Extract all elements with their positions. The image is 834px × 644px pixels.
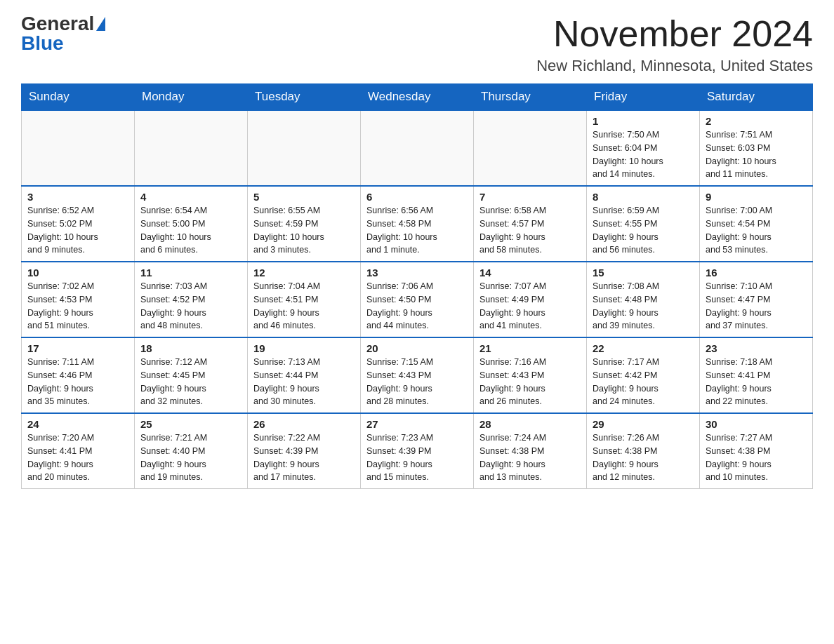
day-number: 6 <box>366 191 468 203</box>
day-info: Sunrise: 7:21 AM Sunset: 4:40 PM Dayligh… <box>140 431 241 484</box>
calendar-weekday-header: Tuesday <box>248 84 361 111</box>
day-number: 19 <box>253 342 355 354</box>
day-number: 13 <box>366 267 468 279</box>
day-number: 30 <box>706 418 807 430</box>
logo-blue-text: Blue <box>21 34 64 53</box>
calendar-week-row: 1Sunrise: 7:50 AM Sunset: 6:04 PM Daylig… <box>22 110 813 186</box>
calendar-week-row: 24Sunrise: 7:20 AM Sunset: 4:41 PM Dayli… <box>22 413 813 489</box>
day-number: 26 <box>253 418 355 430</box>
day-info: Sunrise: 6:58 AM Sunset: 4:57 PM Dayligh… <box>479 204 581 257</box>
calendar-week-row: 10Sunrise: 7:02 AM Sunset: 4:53 PM Dayli… <box>22 262 813 337</box>
day-info: Sunrise: 7:12 AM Sunset: 4:45 PM Dayligh… <box>140 356 241 408</box>
day-info: Sunrise: 7:16 AM Sunset: 4:43 PM Dayligh… <box>479 356 581 408</box>
day-info: Sunrise: 7:20 AM Sunset: 4:41 PM Dayligh… <box>27 431 128 484</box>
calendar-day-cell: 15Sunrise: 7:08 AM Sunset: 4:48 PM Dayli… <box>587 262 700 337</box>
calendar-day-cell: 12Sunrise: 7:04 AM Sunset: 4:51 PM Dayli… <box>248 262 361 337</box>
day-info: Sunrise: 6:52 AM Sunset: 5:02 PM Dayligh… <box>27 204 128 257</box>
calendar-day-cell: 18Sunrise: 7:12 AM Sunset: 4:45 PM Dayli… <box>135 337 248 413</box>
calendar-day-cell <box>135 110 248 186</box>
calendar-day-cell: 14Sunrise: 7:07 AM Sunset: 4:49 PM Dayli… <box>474 262 587 337</box>
logo-triangle-icon <box>96 17 105 31</box>
title-block: November 2024 New Richland, Minnesota, U… <box>536 14 813 75</box>
calendar-day-cell: 23Sunrise: 7:18 AM Sunset: 4:41 PM Dayli… <box>700 337 813 413</box>
calendar-weekday-header: Wednesday <box>361 84 474 111</box>
calendar-day-cell: 28Sunrise: 7:24 AM Sunset: 4:38 PM Dayli… <box>474 413 587 489</box>
calendar-day-cell <box>22 110 135 186</box>
calendar-day-cell: 8Sunrise: 6:59 AM Sunset: 4:55 PM Daylig… <box>587 186 700 262</box>
calendar-day-cell: 6Sunrise: 6:56 AM Sunset: 4:58 PM Daylig… <box>361 186 474 262</box>
day-number: 14 <box>479 267 581 279</box>
day-info: Sunrise: 7:06 AM Sunset: 4:50 PM Dayligh… <box>366 280 468 333</box>
day-info: Sunrise: 6:56 AM Sunset: 4:58 PM Dayligh… <box>366 204 468 257</box>
location-title: New Richland, Minnesota, United States <box>536 57 813 75</box>
day-number: 8 <box>593 191 694 203</box>
day-info: Sunrise: 7:13 AM Sunset: 4:44 PM Dayligh… <box>253 356 355 408</box>
day-info: Sunrise: 7:11 AM Sunset: 4:46 PM Dayligh… <box>27 356 128 408</box>
day-number: 27 <box>366 418 468 430</box>
day-number: 17 <box>27 342 128 354</box>
calendar-day-cell: 10Sunrise: 7:02 AM Sunset: 4:53 PM Dayli… <box>22 262 135 337</box>
day-number: 10 <box>27 267 128 279</box>
day-info: Sunrise: 7:10 AM Sunset: 4:47 PM Dayligh… <box>706 280 807 333</box>
calendar-header-row: SundayMondayTuesdayWednesdayThursdayFrid… <box>22 84 813 111</box>
calendar-table: SundayMondayTuesdayWednesdayThursdayFrid… <box>21 83 813 489</box>
page-header: General Blue November 2024 New Richland,… <box>21 14 813 75</box>
calendar-day-cell: 24Sunrise: 7:20 AM Sunset: 4:41 PM Dayli… <box>22 413 135 489</box>
logo-general-text: General <box>21 14 94 34</box>
calendar-day-cell: 3Sunrise: 6:52 AM Sunset: 5:02 PM Daylig… <box>22 186 135 262</box>
day-number: 9 <box>706 191 807 203</box>
calendar-day-cell: 16Sunrise: 7:10 AM Sunset: 4:47 PM Dayli… <box>700 262 813 337</box>
day-number: 15 <box>593 267 694 279</box>
day-info: Sunrise: 7:18 AM Sunset: 4:41 PM Dayligh… <box>706 356 807 408</box>
day-number: 25 <box>140 418 241 430</box>
day-number: 4 <box>140 191 241 203</box>
calendar-day-cell: 29Sunrise: 7:26 AM Sunset: 4:38 PM Dayli… <box>587 413 700 489</box>
calendar-day-cell: 2Sunrise: 7:51 AM Sunset: 6:03 PM Daylig… <box>700 110 813 186</box>
day-number: 23 <box>706 342 807 354</box>
day-info: Sunrise: 7:22 AM Sunset: 4:39 PM Dayligh… <box>253 431 355 484</box>
calendar-day-cell: 20Sunrise: 7:15 AM Sunset: 4:43 PM Dayli… <box>361 337 474 413</box>
calendar-day-cell: 5Sunrise: 6:55 AM Sunset: 4:59 PM Daylig… <box>248 186 361 262</box>
calendar-week-row: 3Sunrise: 6:52 AM Sunset: 5:02 PM Daylig… <box>22 186 813 262</box>
day-number: 7 <box>479 191 581 203</box>
day-number: 12 <box>253 267 355 279</box>
calendar-day-cell: 19Sunrise: 7:13 AM Sunset: 4:44 PM Dayli… <box>248 337 361 413</box>
calendar-weekday-header: Thursday <box>474 84 587 111</box>
calendar-weekday-header: Saturday <box>700 84 813 111</box>
day-number: 2 <box>706 115 807 127</box>
calendar-day-cell: 26Sunrise: 7:22 AM Sunset: 4:39 PM Dayli… <box>248 413 361 489</box>
day-number: 11 <box>140 267 241 279</box>
calendar-day-cell: 25Sunrise: 7:21 AM Sunset: 4:40 PM Dayli… <box>135 413 248 489</box>
day-number: 16 <box>706 267 807 279</box>
day-info: Sunrise: 7:02 AM Sunset: 4:53 PM Dayligh… <box>27 280 128 333</box>
calendar-day-cell: 21Sunrise: 7:16 AM Sunset: 4:43 PM Dayli… <box>474 337 587 413</box>
day-info: Sunrise: 7:23 AM Sunset: 4:39 PM Dayligh… <box>366 431 468 484</box>
day-info: Sunrise: 7:00 AM Sunset: 4:54 PM Dayligh… <box>706 204 807 257</box>
day-info: Sunrise: 7:07 AM Sunset: 4:49 PM Dayligh… <box>479 280 581 333</box>
day-number: 21 <box>479 342 581 354</box>
calendar-day-cell: 9Sunrise: 7:00 AM Sunset: 4:54 PM Daylig… <box>700 186 813 262</box>
day-info: Sunrise: 7:24 AM Sunset: 4:38 PM Dayligh… <box>479 431 581 484</box>
day-number: 29 <box>593 418 694 430</box>
day-info: Sunrise: 7:27 AM Sunset: 4:38 PM Dayligh… <box>706 431 807 484</box>
day-number: 18 <box>140 342 241 354</box>
calendar-day-cell <box>361 110 474 186</box>
day-info: Sunrise: 7:03 AM Sunset: 4:52 PM Dayligh… <box>140 280 241 333</box>
day-info: Sunrise: 6:55 AM Sunset: 4:59 PM Dayligh… <box>253 204 355 257</box>
calendar-day-cell: 4Sunrise: 6:54 AM Sunset: 5:00 PM Daylig… <box>135 186 248 262</box>
day-info: Sunrise: 7:50 AM Sunset: 6:04 PM Dayligh… <box>593 128 694 181</box>
day-info: Sunrise: 7:15 AM Sunset: 4:43 PM Dayligh… <box>366 356 468 408</box>
day-number: 28 <box>479 418 581 430</box>
calendar-day-cell: 17Sunrise: 7:11 AM Sunset: 4:46 PM Dayli… <box>22 337 135 413</box>
logo: General Blue <box>21 14 105 53</box>
calendar-day-cell <box>248 110 361 186</box>
day-info: Sunrise: 6:54 AM Sunset: 5:00 PM Dayligh… <box>140 204 241 257</box>
day-info: Sunrise: 7:17 AM Sunset: 4:42 PM Dayligh… <box>593 356 694 408</box>
day-number: 22 <box>593 342 694 354</box>
day-number: 1 <box>593 115 694 127</box>
calendar-day-cell: 1Sunrise: 7:50 AM Sunset: 6:04 PM Daylig… <box>587 110 700 186</box>
day-info: Sunrise: 7:51 AM Sunset: 6:03 PM Dayligh… <box>706 128 807 181</box>
calendar-day-cell: 30Sunrise: 7:27 AM Sunset: 4:38 PM Dayli… <box>700 413 813 489</box>
calendar-day-cell: 11Sunrise: 7:03 AM Sunset: 4:52 PM Dayli… <box>135 262 248 337</box>
calendar-day-cell: 27Sunrise: 7:23 AM Sunset: 4:39 PM Dayli… <box>361 413 474 489</box>
